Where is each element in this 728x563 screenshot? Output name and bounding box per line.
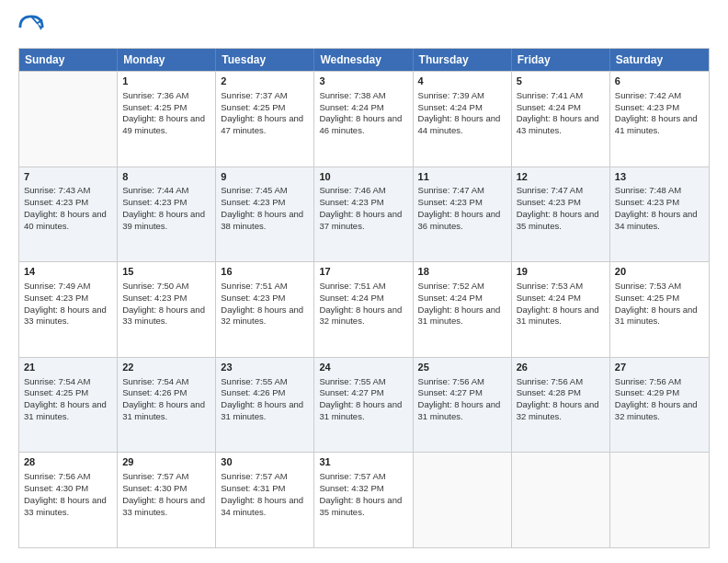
sunset-text: Sunset: 4:23 PM [517, 197, 605, 209]
calendar-cell: 29Sunrise: 7:57 AMSunset: 4:30 PMDayligh… [118, 453, 216, 547]
calendar-cell [610, 453, 709, 547]
daylight-text: Daylight: 8 hours and 40 minutes. [24, 209, 112, 233]
sunset-text: Sunset: 4:25 PM [615, 293, 704, 304]
sunrise-text: Sunrise: 7:36 AM [122, 90, 210, 102]
calendar-cell [414, 453, 512, 547]
calendar-cell: 16Sunrise: 7:51 AMSunset: 4:23 PMDayligh… [216, 262, 314, 357]
daylight-text: Daylight: 8 hours and 36 minutes. [418, 209, 506, 233]
day-number: 4 [418, 75, 506, 88]
day-number: 8 [122, 170, 210, 184]
day-number: 1 [122, 75, 210, 88]
daylight-text: Daylight: 8 hours and 31 minutes. [24, 399, 112, 423]
calendar-header-cell: Wednesday [314, 49, 413, 71]
day-number: 20 [615, 265, 704, 279]
daylight-text: Daylight: 8 hours and 33 minutes. [24, 304, 112, 328]
calendar-cell: 17Sunrise: 7:51 AMSunset: 4:24 PMDayligh… [314, 262, 413, 357]
sunset-text: Sunset: 4:26 PM [221, 387, 309, 399]
day-number: 7 [24, 170, 112, 184]
daylight-text: Daylight: 8 hours and 31 minutes. [418, 304, 506, 328]
sunrise-text: Sunrise: 7:50 AM [122, 281, 210, 293]
sunrise-text: Sunrise: 7:47 AM [418, 185, 506, 197]
sunset-text: Sunset: 4:24 PM [319, 102, 407, 114]
calendar-cell: 26Sunrise: 7:56 AMSunset: 4:28 PMDayligh… [512, 358, 610, 453]
sunset-text: Sunset: 4:31 PM [221, 483, 309, 495]
daylight-text: Daylight: 8 hours and 44 minutes. [418, 113, 506, 137]
sunset-text: Sunset: 4:23 PM [122, 197, 210, 209]
sunset-text: Sunset: 4:25 PM [24, 387, 112, 399]
calendar-cell: 20Sunrise: 7:53 AMSunset: 4:25 PMDayligh… [610, 262, 709, 357]
sunset-text: Sunset: 4:23 PM [24, 293, 112, 304]
day-number: 6 [615, 75, 704, 88]
day-number: 14 [24, 265, 112, 279]
sunset-text: Sunset: 4:24 PM [418, 293, 506, 304]
calendar-cell: 12Sunrise: 7:47 AMSunset: 4:23 PMDayligh… [512, 167, 610, 262]
daylight-text: Daylight: 8 hours and 33 minutes. [24, 495, 112, 519]
calendar-cell: 13Sunrise: 7:48 AMSunset: 4:23 PMDayligh… [610, 167, 709, 262]
sunrise-text: Sunrise: 7:55 AM [221, 376, 309, 388]
sunrise-text: Sunrise: 7:49 AM [24, 281, 112, 293]
calendar-cell: 25Sunrise: 7:56 AMSunset: 4:27 PMDayligh… [414, 358, 512, 453]
sunrise-text: Sunrise: 7:39 AM [418, 90, 506, 102]
sunrise-text: Sunrise: 7:57 AM [319, 471, 407, 483]
day-number: 5 [517, 75, 605, 88]
sunrise-text: Sunrise: 7:45 AM [221, 185, 309, 197]
calendar-cell: 9Sunrise: 7:45 AMSunset: 4:23 PMDaylight… [216, 167, 314, 262]
sunrise-text: Sunrise: 7:56 AM [24, 471, 112, 483]
sunset-text: Sunset: 4:23 PM [24, 197, 112, 209]
day-number: 26 [517, 361, 605, 374]
sunset-text: Sunset: 4:26 PM [122, 387, 210, 399]
daylight-text: Daylight: 8 hours and 41 minutes. [615, 113, 704, 137]
calendar-cell: 18Sunrise: 7:52 AMSunset: 4:24 PMDayligh… [414, 262, 512, 357]
sunset-text: Sunset: 4:25 PM [221, 102, 309, 114]
sunrise-text: Sunrise: 7:57 AM [122, 471, 210, 483]
daylight-text: Daylight: 8 hours and 32 minutes. [615, 399, 704, 423]
calendar-cell: 10Sunrise: 7:46 AMSunset: 4:23 PMDayligh… [314, 167, 413, 262]
daylight-text: Daylight: 8 hours and 32 minutes. [517, 399, 605, 423]
day-number: 23 [221, 361, 309, 374]
sunrise-text: Sunrise: 7:57 AM [221, 471, 309, 483]
sunset-text: Sunset: 4:23 PM [122, 293, 210, 304]
sunrise-text: Sunrise: 7:46 AM [319, 185, 407, 197]
sunset-text: Sunset: 4:27 PM [319, 387, 407, 399]
sunset-text: Sunset: 4:25 PM [122, 102, 210, 114]
calendar-cell: 1Sunrise: 7:36 AMSunset: 4:25 PMDaylight… [118, 72, 216, 167]
sunrise-text: Sunrise: 7:56 AM [517, 376, 605, 388]
day-number: 27 [615, 361, 704, 374]
daylight-text: Daylight: 8 hours and 34 minutes. [221, 495, 309, 519]
day-number: 16 [221, 265, 309, 279]
day-number: 28 [24, 455, 112, 469]
daylight-text: Daylight: 8 hours and 32 minutes. [221, 304, 309, 328]
day-number: 29 [122, 455, 210, 469]
day-number: 3 [319, 75, 407, 88]
sunrise-text: Sunrise: 7:56 AM [615, 376, 704, 388]
day-number: 21 [24, 361, 112, 374]
calendar: SundayMondayTuesdayWednesdayThursdayFrid… [18, 48, 710, 548]
sunrise-text: Sunrise: 7:53 AM [615, 281, 704, 293]
day-number: 13 [615, 170, 704, 184]
calendar-cell: 14Sunrise: 7:49 AMSunset: 4:23 PMDayligh… [19, 262, 118, 357]
header [18, 15, 710, 40]
sunrise-text: Sunrise: 7:56 AM [418, 376, 506, 388]
day-number: 25 [418, 361, 506, 374]
calendar-cell: 28Sunrise: 7:56 AMSunset: 4:30 PMDayligh… [19, 453, 118, 547]
calendar-header-cell: Saturday [610, 49, 709, 71]
daylight-text: Daylight: 8 hours and 47 minutes. [221, 113, 309, 137]
sunrise-text: Sunrise: 7:48 AM [615, 185, 704, 197]
calendar-cell: 22Sunrise: 7:54 AMSunset: 4:26 PMDayligh… [118, 358, 216, 453]
sunrise-text: Sunrise: 7:41 AM [517, 90, 605, 102]
day-number: 19 [517, 265, 605, 279]
calendar-cell: 19Sunrise: 7:53 AMSunset: 4:24 PMDayligh… [512, 262, 610, 357]
daylight-text: Daylight: 8 hours and 46 minutes. [319, 113, 407, 137]
sunset-text: Sunset: 4:24 PM [418, 102, 506, 114]
daylight-text: Daylight: 8 hours and 32 minutes. [319, 304, 407, 328]
logo-icon [18, 15, 44, 40]
calendar-body: 1Sunrise: 7:36 AMSunset: 4:25 PMDaylight… [19, 71, 709, 547]
sunset-text: Sunset: 4:32 PM [319, 483, 407, 495]
sunrise-text: Sunrise: 7:53 AM [517, 281, 605, 293]
day-number: 15 [122, 265, 210, 279]
sunset-text: Sunset: 4:28 PM [517, 387, 605, 399]
day-number: 18 [418, 265, 506, 279]
calendar-row: 7Sunrise: 7:43 AMSunset: 4:23 PMDaylight… [19, 167, 709, 262]
sunrise-text: Sunrise: 7:38 AM [319, 90, 407, 102]
sunset-text: Sunset: 4:23 PM [418, 197, 506, 209]
